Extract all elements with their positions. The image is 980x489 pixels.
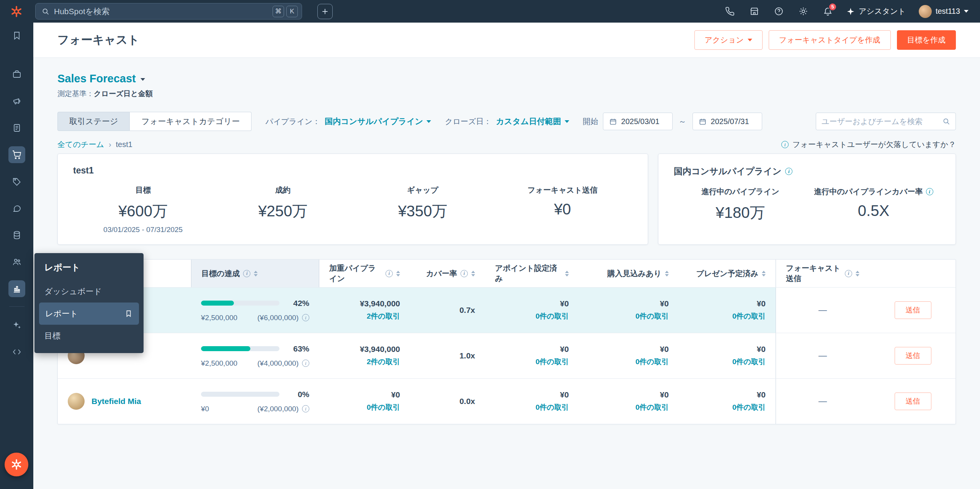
deals-link[interactable]: 0件の取引: [536, 357, 569, 367]
sort-icon[interactable]: [665, 271, 669, 276]
header-appointment-scheduled[interactable]: アポイント設定済み: [485, 260, 579, 287]
settings-button[interactable]: [797, 6, 809, 17]
avatar: [68, 393, 85, 410]
marketplace-icon: [750, 7, 759, 16]
pipeline-select[interactable]: 国内コンサルパイプライン: [325, 116, 431, 127]
k-key-icon: K: [286, 6, 298, 17]
breadcrumb-all-teams-link[interactable]: 全てのチーム: [57, 139, 104, 150]
header-coverage[interactable]: カバー率: [410, 260, 485, 287]
header-weighted-pipeline[interactable]: 加重パイプライン: [319, 260, 410, 287]
send-button[interactable]: 送信: [895, 301, 931, 319]
header-presentation-scheduled[interactable]: プレゼン予定済み: [679, 260, 776, 287]
deals-link[interactable]: 0件の取引: [635, 311, 669, 321]
help-widget-button[interactable]: [5, 453, 28, 476]
info-icon[interactable]: [461, 270, 468, 277]
forecast-title-dropdown[interactable]: Sales Forecast: [57, 72, 956, 85]
deals-link[interactable]: 2件の取引: [367, 357, 400, 367]
global-search-input[interactable]: [54, 7, 270, 16]
header-forecast-submitted[interactable]: フォーキャスト送信: [776, 260, 869, 287]
actions-dropdown-button[interactable]: アクション: [694, 30, 763, 50]
hubspot-logo[interactable]: [9, 4, 24, 19]
deals-link[interactable]: 0件の取引: [732, 357, 766, 367]
user-name-link[interactable]: Bytefield Mia: [91, 397, 141, 406]
tag-icon: [12, 177, 21, 186]
sidebar-item-data[interactable]: [8, 227, 25, 244]
sidebar-item-reporting[interactable]: [8, 280, 25, 297]
cell-goal-attainment: 42% ¥2,500,000 (¥6,000,000): [191, 288, 319, 333]
forecast-table: 目標の達成 加重パイプライン カバー率 アポイント設定済み: [57, 259, 956, 424]
deals-link[interactable]: 0件の取引: [635, 357, 669, 367]
tab-forecast-category[interactable]: フォーキャストカテゴリー: [130, 112, 252, 131]
close-date-select[interactable]: カスタム日付範囲: [496, 116, 569, 127]
pres-amount: ¥0: [757, 345, 766, 354]
sidebar-item-developer[interactable]: [8, 343, 25, 360]
deals-link[interactable]: 0件の取引: [732, 311, 766, 321]
missing-users-notice[interactable]: フォーキャストユーザーが欠落していますか？: [781, 139, 956, 150]
sidebar-item-sales[interactable]: [8, 173, 25, 190]
create-forecast-type-button[interactable]: フォーキャストタイプを作成: [769, 30, 891, 50]
header-buying-intent[interactable]: 購入見込みあり: [579, 260, 679, 287]
deals-link[interactable]: 2件の取引: [367, 311, 400, 321]
quick-create-button[interactable]: [317, 4, 333, 19]
info-icon[interactable]: [302, 360, 309, 367]
achieved-amount: ¥2,500,000: [201, 359, 237, 368]
info-icon[interactable]: [243, 270, 250, 277]
submitted-value: —: [818, 305, 827, 315]
info-icon[interactable]: [302, 314, 309, 321]
info-icon[interactable]: [385, 270, 393, 277]
sidebar-item-content[interactable]: [8, 119, 25, 136]
deals-link[interactable]: 0件の取引: [536, 402, 569, 412]
notifications-button[interactable]: 5: [822, 6, 833, 17]
sidebar-item-service[interactable]: [8, 200, 25, 217]
achieved-amount: ¥2,500,000: [201, 314, 237, 322]
code-icon: [12, 347, 21, 357]
sort-icon[interactable]: [856, 271, 859, 276]
sort-icon[interactable]: [471, 271, 475, 276]
send-button[interactable]: 送信: [895, 347, 931, 365]
header-goal-attainment[interactable]: 目標の達成: [191, 260, 319, 287]
sort-icon[interactable]: [396, 271, 400, 276]
flyout-item-dashboards[interactable]: ダッシュボード: [34, 280, 144, 303]
user-team-search-input[interactable]: [822, 117, 942, 126]
user-menu[interactable]: test113: [919, 5, 969, 18]
progress-bar: [201, 301, 279, 306]
user-team-search[interactable]: [816, 113, 956, 130]
info-icon[interactable]: [785, 168, 792, 175]
deals-link[interactable]: 0件の取引: [367, 402, 400, 412]
sidebar-item-commerce[interactable]: [8, 146, 25, 163]
calling-button[interactable]: [724, 6, 735, 17]
sidebar-item-marketing[interactable]: [8, 93, 25, 110]
deals-link[interactable]: 0件の取引: [732, 402, 766, 412]
header-actions: [869, 260, 956, 287]
info-icon[interactable]: [845, 270, 852, 277]
sort-icon[interactable]: [762, 271, 766, 276]
flyout-item-goals[interactable]: 目標: [34, 325, 144, 347]
info-icon[interactable]: [302, 405, 309, 412]
send-button[interactable]: 送信: [895, 393, 931, 410]
sort-icon[interactable]: [565, 271, 569, 276]
help-button[interactable]: [773, 6, 784, 17]
cell-weighted-pipeline: ¥3,940,000 2件の取引: [319, 333, 410, 378]
weighted-amount: ¥0: [391, 390, 400, 399]
flyout-item-reports[interactable]: レポート: [39, 303, 139, 325]
create-goal-button[interactable]: 目標を作成: [897, 30, 956, 50]
start-date-input[interactable]: 2025/03/01: [603, 113, 673, 130]
sidebar-item-bookmarks[interactable]: [8, 27, 25, 44]
deals-link[interactable]: 0件の取引: [635, 402, 669, 412]
sprocket-white-icon: [10, 458, 23, 471]
view-tabs: 取引ステージ フォーキャストカテゴリー: [57, 112, 252, 131]
sidebar-item-automations[interactable]: [8, 317, 25, 334]
assistant-button[interactable]: アシスタント: [846, 6, 906, 16]
global-search[interactable]: ⌘ K: [35, 3, 302, 20]
tab-deal-stage[interactable]: 取引ステージ: [57, 112, 130, 131]
bookmark-icon[interactable]: [124, 309, 133, 318]
end-date-input[interactable]: 2025/07/31: [693, 113, 762, 130]
info-icon[interactable]: [926, 188, 933, 195]
marketplace-button[interactable]: [748, 6, 760, 17]
sort-icon[interactable]: [254, 271, 258, 276]
deals-link[interactable]: 0件の取引: [536, 311, 569, 321]
assistant-label: アシスタント: [859, 6, 906, 16]
sidebar-item-contacts[interactable]: [8, 253, 25, 270]
sidebar-item-crm[interactable]: [8, 66, 25, 83]
left-sidebar: [0, 23, 33, 489]
